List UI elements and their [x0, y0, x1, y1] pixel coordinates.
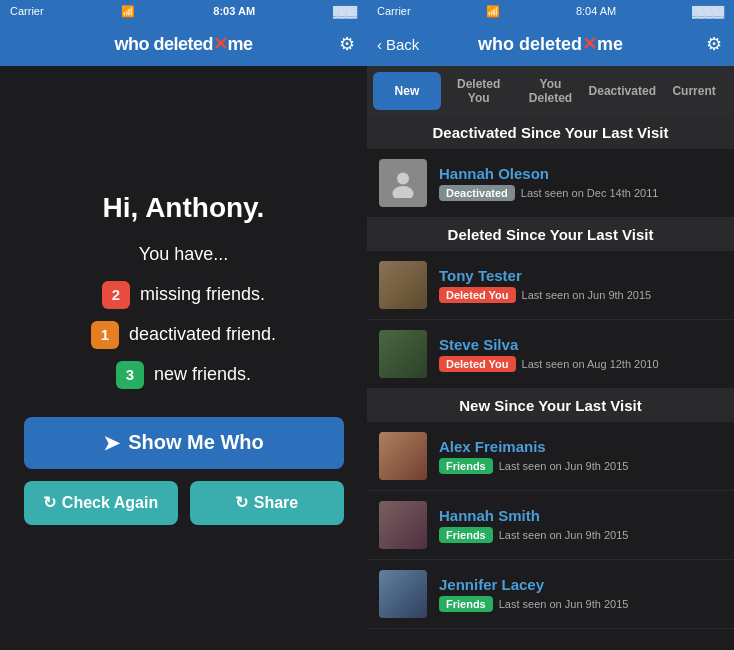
deactivated-friends-stat: 1 deactivated friend. [91, 321, 276, 349]
friend-info: Alex Freimanis Friends Last seen on Jun … [439, 438, 722, 474]
avatar [379, 501, 427, 549]
list-item[interactable]: Steve Silva Deleted You Last seen on Aug… [367, 320, 734, 389]
last-seen: Last seen on Jun 9th 2015 [499, 598, 629, 610]
left-nav-bar: who deleted✕me ⚙ [0, 22, 367, 66]
left-app-title: who deleted✕me [114, 33, 252, 55]
tab-current[interactable]: Current [660, 72, 728, 110]
deactivated-badge: 1 [91, 321, 119, 349]
show-me-arrow-icon: ➤ [103, 431, 120, 455]
jennifer-avatar-img [379, 570, 427, 618]
friend-meta: Deactivated Last seen on Dec 14th 2011 [439, 185, 722, 201]
list-item[interactable]: Jennifer Lacey Friends Last seen on Jun … [367, 560, 734, 629]
friend-info: Hannah Oleson Deactivated Last seen on D… [439, 165, 722, 201]
new-friends-label: new friends. [154, 364, 251, 385]
check-again-button[interactable]: ↻ Check Again [24, 481, 178, 525]
tab-new[interactable]: New [373, 72, 441, 110]
right-battery-icon: ▓▓▓▓ [692, 5, 724, 17]
right-panel: Carrier 📶 8:04 AM ▓▓▓▓ ‹ Back who delete… [367, 0, 734, 650]
refresh-icon: ↻ [43, 493, 56, 512]
status-badge: Deactivated [439, 185, 515, 201]
friend-info: Steve Silva Deleted You Last seen on Aug… [439, 336, 722, 372]
avatar [379, 570, 427, 618]
show-me-who-label: Show Me Who [128, 431, 264, 454]
right-nav-bar: ‹ Back who deleted✕me ⚙ [367, 22, 734, 66]
list-item[interactable]: Hannah Oleson Deactivated Last seen on D… [367, 149, 734, 218]
friend-meta: Friends Last seen on Jun 9th 2015 [439, 458, 722, 474]
list-item[interactable]: Hannah Smith Friends Last seen on Jun 9t… [367, 491, 734, 560]
right-wifi-icon: 📶 [486, 5, 500, 18]
last-seen: Last seen on Jun 9th 2015 [522, 289, 652, 301]
tab-deactivated[interactable]: Deactivated [588, 72, 656, 110]
new-section-header: New Since Your Last Visit [367, 389, 734, 422]
friend-info: Hannah Smith Friends Last seen on Jun 9t… [439, 507, 722, 543]
gear-icon[interactable]: ⚙ [339, 33, 355, 55]
share-label: Share [254, 494, 298, 512]
friend-name: Steve Silva [439, 336, 722, 353]
status-badge: Deleted You [439, 287, 516, 303]
status-badge: Friends [439, 458, 493, 474]
friend-info: Tony Tester Deleted You Last seen on Jun… [439, 267, 722, 303]
deleted-section-header: Deleted Since Your Last Visit [367, 218, 734, 251]
missing-friends-label: missing friends. [140, 284, 265, 305]
right-time: 8:04 AM [576, 5, 616, 17]
back-label: Back [386, 36, 419, 53]
friend-name: Hannah Oleson [439, 165, 722, 182]
tab-bar: New Deleted You You Deleted Deactivated … [367, 66, 734, 116]
missing-badge: 2 [102, 281, 130, 309]
check-again-label: Check Again [62, 494, 158, 512]
deactivated-section-header: Deactivated Since Your Last Visit [367, 116, 734, 149]
x-mark-icon: ✕ [213, 34, 228, 54]
left-battery-icon: ▓▓▓ [333, 5, 357, 17]
left-wifi-icon: 📶 [121, 5, 135, 18]
status-badge: Friends [439, 527, 493, 543]
back-button[interactable]: ‹ Back [377, 36, 419, 53]
tab-deleted-you[interactable]: Deleted You [445, 72, 513, 110]
deactivated-friends-label: deactivated friend. [129, 324, 276, 345]
friends-list: Deactivated Since Your Last Visit Hannah… [367, 116, 734, 650]
alex-avatar-img [379, 432, 427, 480]
status-badge: Deleted You [439, 356, 516, 372]
new-badge: 3 [116, 361, 144, 389]
status-badge: Friends [439, 596, 493, 612]
friend-meta: Friends Last seen on Jun 9th 2015 [439, 596, 722, 612]
greeting-text: Hi, Anthony. [103, 192, 265, 224]
missing-friends-stat: 2 missing friends. [102, 281, 265, 309]
right-app-title: who deleted✕me [478, 33, 623, 55]
last-seen: Last seen on Aug 12th 2010 [522, 358, 659, 370]
right-x-icon: ✕ [582, 34, 597, 54]
friend-meta: Deleted You Last seen on Aug 12th 2010 [439, 356, 722, 372]
left-content: Hi, Anthony. You have... 2 missing frien… [0, 66, 367, 650]
avatar [379, 432, 427, 480]
friend-name: Jennifer Lacey [439, 576, 722, 593]
list-item[interactable]: Alex Freimanis Friends Last seen on Jun … [367, 422, 734, 491]
share-icon: ↻ [235, 493, 248, 512]
hannah-s-avatar-img [379, 501, 427, 549]
right-gear-icon[interactable]: ⚙ [706, 33, 722, 55]
left-carrier: Carrier [10, 5, 44, 17]
friend-info: Jennifer Lacey Friends Last seen on Jun … [439, 576, 722, 612]
last-seen: Last seen on Jun 9th 2015 [499, 529, 629, 541]
last-seen: Last seen on Dec 14th 2011 [521, 187, 659, 199]
avatar [379, 261, 427, 309]
svg-point-0 [397, 173, 409, 185]
list-item[interactable]: Tony Tester Deleted You Last seen on Jun… [367, 251, 734, 320]
person-icon [388, 168, 418, 198]
svg-point-1 [393, 186, 414, 198]
avatar [379, 330, 427, 378]
show-me-who-button[interactable]: ➤ Show Me Who [24, 417, 344, 469]
bottom-buttons: ↻ Check Again ↻ Share [24, 481, 344, 525]
friend-name: Tony Tester [439, 267, 722, 284]
back-chevron-icon: ‹ [377, 36, 382, 53]
steve-avatar-img [379, 330, 427, 378]
friend-meta: Deleted You Last seen on Jun 9th 2015 [439, 287, 722, 303]
friend-meta: Friends Last seen on Jun 9th 2015 [439, 527, 722, 543]
right-carrier: Carrier [377, 5, 411, 17]
tab-you-deleted[interactable]: You Deleted [517, 72, 585, 110]
share-button[interactable]: ↻ Share [190, 481, 344, 525]
left-status-bar: Carrier 📶 8:03 AM ▓▓▓ [0, 0, 367, 22]
you-have-text: You have... [139, 244, 228, 265]
left-panel: Carrier 📶 8:03 AM ▓▓▓ who deleted✕me ⚙ H… [0, 0, 367, 650]
friend-name: Alex Freimanis [439, 438, 722, 455]
friend-name: Hannah Smith [439, 507, 722, 524]
avatar [379, 159, 427, 207]
